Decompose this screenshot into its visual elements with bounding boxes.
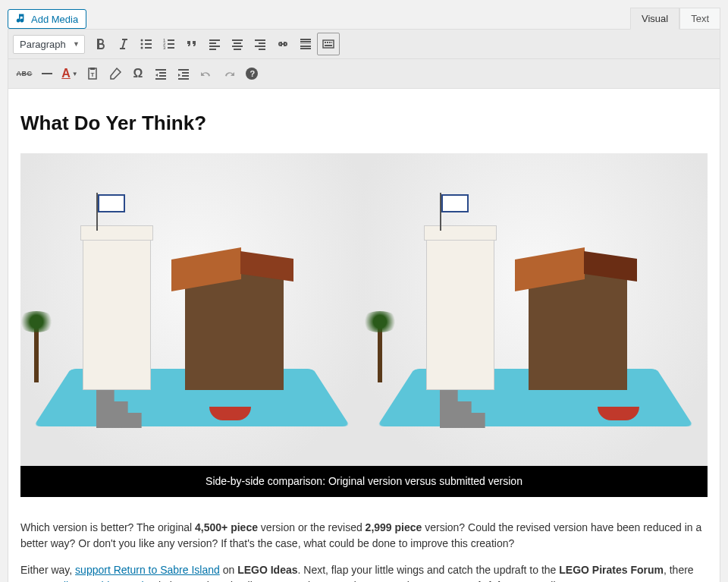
svg-rect-1 — [145, 39, 152, 41]
svg-rect-35 — [42, 73, 52, 74]
hr-icon — [39, 66, 55, 81]
svg-rect-33 — [331, 42, 332, 43]
keyboard-icon — [321, 36, 336, 52]
paste-text-button[interactable]: T — [81, 62, 104, 85]
image-caption: Side-by-side comparison: Original versio… — [20, 466, 708, 497]
svg-rect-18 — [232, 46, 243, 47]
format-dropdown[interactable]: Paragraph — [13, 35, 85, 54]
undo-icon — [199, 66, 214, 81]
strikethrough-button[interactable]: ABC — [13, 62, 36, 85]
svg-rect-29 — [323, 40, 334, 48]
svg-rect-21 — [259, 42, 265, 44]
align-center-button[interactable] — [226, 33, 249, 55]
svg-point-4 — [141, 47, 143, 49]
align-center-icon — [230, 36, 245, 52]
link-button[interactable] — [271, 33, 294, 55]
svg-rect-17 — [234, 42, 241, 44]
redo-button[interactable] — [218, 62, 240, 85]
add-media-label: Add Media — [31, 14, 78, 25]
svg-rect-22 — [255, 46, 265, 47]
redo-icon — [221, 66, 237, 81]
svg-rect-13 — [209, 42, 216, 44]
toolbar-row-2: ABC A▼ T Ω ? — [8, 59, 720, 89]
svg-point-2 — [141, 43, 143, 46]
numbered-list-button[interactable]: 123 — [158, 33, 180, 55]
svg-rect-31 — [327, 42, 328, 43]
horizontal-rule-button[interactable] — [36, 62, 58, 85]
editor-content[interactable]: What Do Yer Think? — [8, 89, 720, 582]
svg-rect-46 — [178, 78, 189, 80]
svg-rect-42 — [155, 78, 166, 80]
support-link[interactable]: support Return to Sabre Island — [75, 564, 220, 576]
svg-rect-28 — [300, 48, 311, 49]
svg-point-0 — [141, 39, 143, 42]
outdent-icon — [153, 66, 168, 81]
body-text: Which version is better? The original 4,… — [20, 520, 708, 582]
svg-rect-23 — [259, 49, 265, 50]
align-left-icon — [207, 36, 222, 52]
add-media-button[interactable]: Add Media — [8, 9, 86, 29]
clipboard-icon: T — [85, 66, 100, 81]
help-button[interactable]: ? — [240, 62, 263, 85]
svg-rect-44 — [182, 72, 189, 74]
align-right-button[interactable] — [249, 33, 271, 55]
tab-visual[interactable]: Visual — [630, 8, 679, 30]
svg-rect-39 — [155, 69, 166, 71]
svg-rect-26 — [300, 43, 311, 44]
image-block[interactable]: Side-by-side comparison: Original versio… — [20, 153, 708, 497]
svg-text:T: T — [91, 71, 95, 78]
bullet-list-icon — [139, 36, 154, 52]
link-icon — [275, 36, 290, 52]
svg-rect-11 — [168, 47, 174, 49]
svg-rect-45 — [182, 75, 189, 77]
italic-button[interactable] — [112, 33, 135, 55]
indent-icon — [176, 66, 191, 81]
svg-rect-20 — [255, 39, 265, 41]
help-icon: ? — [244, 66, 259, 81]
numbered-list-icon: 123 — [162, 36, 177, 52]
read-more-icon — [298, 36, 313, 52]
indent-button[interactable] — [172, 62, 195, 85]
tab-text[interactable]: Text — [679, 8, 720, 29]
bold-button[interactable] — [89, 33, 112, 55]
quote-icon — [184, 36, 199, 52]
outdent-button[interactable] — [149, 62, 172, 85]
svg-text:3: 3 — [163, 46, 166, 50]
special-character-button[interactable]: Ω — [127, 62, 149, 85]
svg-rect-30 — [325, 42, 326, 43]
svg-rect-9 — [168, 43, 174, 45]
toolbar-row-1: Paragraph 123 — [8, 30, 720, 59]
svg-rect-25 — [300, 41, 311, 42]
align-left-button[interactable] — [203, 33, 226, 55]
svg-rect-5 — [145, 47, 152, 49]
toolbar-toggle-button[interactable] — [317, 33, 340, 55]
format-dropdown-label: Paragraph — [20, 39, 66, 50]
svg-rect-14 — [209, 46, 220, 47]
align-right-icon — [253, 36, 268, 52]
svg-rect-3 — [145, 43, 152, 45]
svg-rect-12 — [209, 39, 220, 41]
eraser-icon — [108, 66, 123, 81]
svg-rect-15 — [209, 49, 216, 50]
svg-rect-32 — [329, 42, 331, 43]
music-note-icon — [16, 13, 28, 25]
clear-formatting-button[interactable] — [104, 62, 127, 85]
svg-rect-16 — [232, 39, 243, 41]
svg-text:?: ? — [250, 69, 256, 78]
undo-button[interactable] — [195, 62, 218, 85]
content-heading: What Do Yer Think? — [20, 109, 708, 138]
text-color-button[interactable]: A▼ — [58, 62, 81, 85]
svg-rect-34 — [325, 45, 332, 46]
svg-rect-43 — [178, 69, 189, 71]
svg-rect-7 — [168, 39, 174, 41]
bullet-list-button[interactable] — [135, 33, 158, 55]
editor-mode-tabs: Visual Text — [630, 8, 720, 29]
svg-rect-37 — [90, 68, 95, 70]
bold-icon — [93, 36, 108, 52]
editor-container: Paragraph 123 ABC A▼ T Ω ? — [8, 29, 720, 582]
read-more-button[interactable] — [294, 33, 317, 55]
svg-rect-27 — [300, 46, 311, 47]
svg-rect-24 — [300, 39, 311, 40]
svg-rect-40 — [159, 72, 166, 74]
blockquote-button[interactable] — [180, 33, 203, 55]
